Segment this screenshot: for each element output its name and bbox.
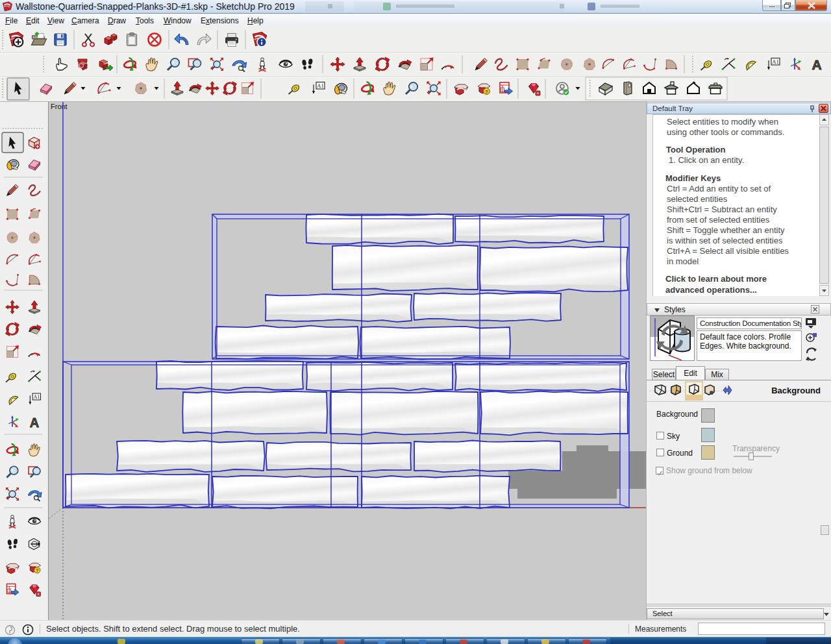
svg-text:Background: Background: [771, 386, 821, 395]
svg-text:Front: Front: [51, 103, 68, 110]
